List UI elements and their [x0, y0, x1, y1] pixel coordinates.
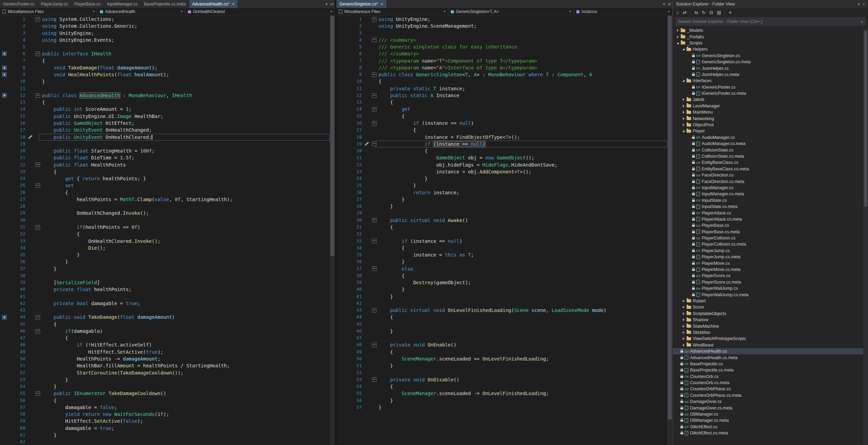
code-line[interactable]: 47 {	[0, 335, 330, 341]
breakpoint-margin[interactable]	[336, 168, 345, 175]
tab-inputmanager-cs[interactable]: InputManager.cs	[104, 0, 141, 8]
breakpoint-margin[interactable]	[336, 210, 345, 217]
code-line[interactable]: 43 public virtual void OnLevelFinishedLo…	[336, 307, 667, 314]
breakpoint-margin[interactable]	[336, 120, 345, 127]
breakpoint-margin[interactable]	[0, 127, 9, 133]
code-line[interactable]: 31 {	[336, 224, 667, 231]
tree-item-baseprojectile-cs[interactable]: C#BaseProjectile.cs	[673, 361, 868, 367]
collapse-region-icon[interactable]	[372, 17, 376, 22]
breakpoint-margin[interactable]	[336, 92, 345, 99]
code-line[interactable]: 11 private static T instance;	[336, 85, 667, 92]
tree-item-playerbase-cs[interactable]: C#PlayerBase.cs	[673, 222, 868, 228]
breakpoint-margin[interactable]	[0, 411, 9, 418]
code-line[interactable]: 34 {	[336, 245, 667, 251]
code-line[interactable]: 10}	[0, 78, 330, 85]
code-line[interactable]: 28	[0, 203, 330, 210]
tree-scrollbar[interactable]	[863, 27, 868, 445]
code-line[interactable]: 35 }	[0, 251, 330, 258]
properties-icon[interactable]: ≡	[729, 10, 732, 15]
breakpoint-margin[interactable]	[0, 168, 9, 175]
implemented-by-icon[interactable]	[2, 65, 7, 70]
collapse-region-icon[interactable]	[372, 142, 376, 146]
breakpoint-margin[interactable]	[0, 300, 9, 307]
breakpoint-margin[interactable]	[0, 245, 9, 251]
code-line[interactable]: 45	[336, 321, 667, 328]
breakpoint-margin[interactable]	[336, 272, 345, 279]
code-line[interactable]: 20 public float StartingHealth = 100f;	[0, 147, 330, 154]
tree-item-player[interactable]: Player	[673, 128, 868, 134]
breakpoint-margin[interactable]	[0, 376, 9, 383]
code-line[interactable]: 9 void HealHealthPoints(float healAmount…	[0, 71, 330, 78]
breakpoint-margin[interactable]	[0, 238, 9, 245]
tree-item-inputmanager-cs-meta[interactable]: InputManager.cs.meta	[673, 191, 868, 197]
code-line[interactable]: 37 }	[0, 265, 330, 272]
breakpoint-margin[interactable]	[0, 231, 9, 237]
tree-item-objectpool[interactable]: ObjectPool	[673, 122, 868, 128]
chevron-right-icon[interactable]	[683, 123, 685, 126]
code-line[interactable]: 53 private void OnDisable()	[336, 376, 667, 383]
breakpoint-margin[interactable]	[336, 147, 345, 154]
code-line[interactable]: 55 public IEnumerator TakeDamageCooldown…	[0, 390, 330, 397]
breakpoint-margin[interactable]	[336, 314, 345, 320]
breakpoint-margin[interactable]	[0, 50, 9, 57]
tree-item-dbmanager-cs-meta[interactable]: DBManager.cs.meta	[673, 417, 868, 423]
code-line[interactable]: 41	[0, 293, 330, 300]
tree-item-dbmanager-cs[interactable]: C#DBManager.cs	[673, 411, 868, 417]
show-all-files-icon[interactable]: ▤	[717, 10, 721, 15]
code-line[interactable]: 46 if(damagable)	[0, 328, 330, 335]
chevron-down-icon[interactable]	[181, 11, 183, 12]
breakpoint-margin[interactable]	[0, 390, 9, 397]
breakpoint-margin[interactable]	[336, 127, 345, 133]
code-line[interactable]: 15 {	[336, 113, 667, 120]
breakpoint-margin[interactable]	[0, 217, 9, 224]
chevron-expanded-icon[interactable]	[682, 130, 685, 132]
tree-item-playercollision-cs-meta[interactable]: PlayerCollision.cs.meta	[673, 241, 868, 247]
tree-item-countesorbphase-cs-meta[interactable]: CountesOrbPhase.cs.meta	[673, 392, 868, 398]
breakpoint-margin[interactable]	[0, 418, 9, 424]
chevron-right-icon[interactable]	[683, 300, 685, 302]
chevron-right-icon[interactable]	[683, 111, 685, 114]
code-line[interactable]: 13 {	[336, 99, 667, 106]
code-line[interactable]: 26 {	[0, 189, 330, 196]
tree-item-playerjump-cs-meta[interactable]: PlayerJump.cs.meta	[673, 254, 868, 260]
tree-item-glitcheffect-cs[interactable]: C#GlitchEffect.cs	[673, 424, 868, 430]
breakpoint-margin[interactable]	[336, 265, 345, 272]
breakpoint-margin[interactable]	[336, 113, 345, 120]
breakpoint-margin[interactable]	[0, 293, 9, 300]
tree-item-advancedhealth-cs[interactable]: C#AdvancedHealth.cs	[673, 348, 868, 354]
collapse-region-icon[interactable]	[36, 52, 40, 56]
code-line[interactable]: 16 if (instance == null)	[336, 120, 667, 127]
breakpoint-margin[interactable]	[0, 71, 9, 78]
breakpoint-margin[interactable]	[336, 64, 345, 71]
refresh-icon[interactable]: ↻	[702, 10, 706, 15]
collapse-region-icon[interactable]	[36, 329, 40, 333]
code-line[interactable]: 22 public float HealthPoints	[0, 161, 330, 168]
chevron-right-icon[interactable]	[683, 318, 685, 321]
code-line[interactable]: 48 private void OnEnable()	[336, 341, 667, 348]
breakpoint-margin[interactable]	[0, 314, 9, 320]
breakpoint-margin[interactable]	[336, 376, 345, 383]
code-line[interactable]: 39 [SerializeField]	[0, 279, 330, 286]
breakpoint-margin[interactable]	[0, 182, 9, 189]
code-line[interactable]: 20 {	[336, 147, 667, 154]
tab-list-icon[interactable]: ▾	[663, 2, 665, 6]
breakpoint-margin[interactable]	[336, 307, 345, 314]
tree-item-playerattack-cs[interactable]: C#PlayerAttack.cs	[673, 210, 868, 216]
chevron-right-icon[interactable]	[683, 331, 685, 334]
collapse-region-icon[interactable]	[372, 73, 376, 77]
breakpoint-margin[interactable]	[0, 265, 9, 272]
breakpoint-margin[interactable]	[0, 161, 9, 168]
code-line[interactable]: 5/// Generic singleton class for easy in…	[336, 43, 667, 50]
breakpoint-margin[interactable]	[336, 383, 345, 390]
code-line[interactable]: 57 damagable = false;	[0, 404, 330, 411]
tree-item-collisionstate-cs-meta[interactable]: CollisionState.cs.meta	[673, 153, 868, 159]
tree-item-genericsingleton-cs-meta[interactable]: GenericSingleton.cs.meta	[673, 59, 868, 65]
breakpoint-margin[interactable]	[336, 404, 345, 411]
code-line[interactable]: 54 {	[336, 383, 667, 390]
tree-item-playerbase-cs-meta[interactable]: PlayerBase.cs.meta	[673, 229, 868, 235]
code-line[interactable]: 14 public int ScoreAmount = 1;	[0, 106, 330, 113]
code-line[interactable]: 52	[336, 369, 667, 376]
code-line[interactable]: 60 damagable = true;	[0, 425, 330, 432]
tree-item-interfaces[interactable]: Interfaces	[673, 78, 868, 84]
collapse-region-icon[interactable]	[36, 93, 40, 98]
